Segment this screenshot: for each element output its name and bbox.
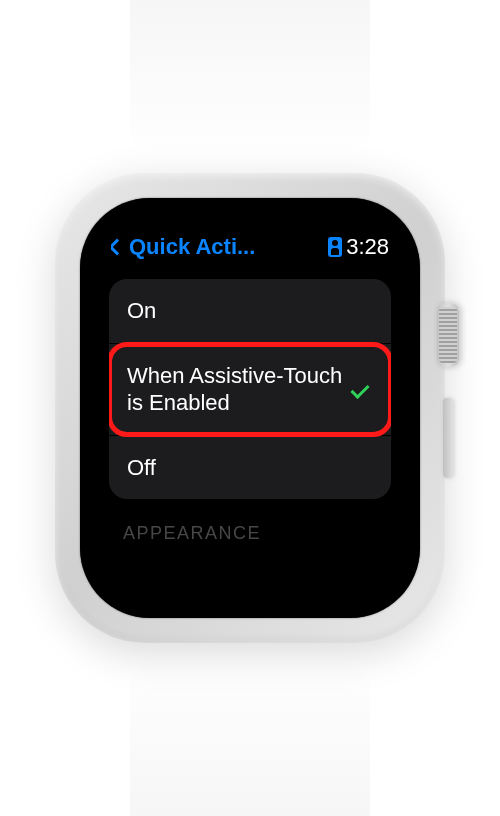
status-bar: Quick Acti... 3:28 <box>109 231 391 263</box>
status-right: 3:28 <box>328 234 389 260</box>
option-on[interactable]: On <box>109 279 391 344</box>
watch-screen: Quick Acti... 3:28 On When Assistive‐Tou… <box>95 213 405 603</box>
option-when-assistivetouch-enabled[interactable]: When Assistive‐Touch is Enabled <box>109 344 391 436</box>
chevron-left-icon <box>111 239 125 256</box>
back-title: Quick Acti... <box>129 234 255 260</box>
watch-band-top <box>130 0 370 160</box>
section-header-appearance: APPEARANCE <box>109 499 391 544</box>
option-label: When Assistive‐Touch is Enabled <box>127 362 343 417</box>
checkmark-icon <box>351 381 373 397</box>
screen-bezel: Quick Acti... 3:28 On When Assistive‐Tou… <box>80 198 420 618</box>
back-button[interactable]: Quick Acti... <box>111 234 255 260</box>
option-off[interactable]: Off <box>109 436 391 500</box>
watch-case: Quick Acti... 3:28 On When Assistive‐Tou… <box>55 173 445 643</box>
option-label: On <box>127 297 373 325</box>
options-list: On When Assistive‐Touch is Enabled Off <box>109 279 391 499</box>
time-label: 3:28 <box>346 234 389 260</box>
watch-band-bottom <box>130 656 370 816</box>
digital-crown[interactable] <box>437 303 459 367</box>
person-badge-icon <box>328 237 342 257</box>
option-label: Off <box>127 454 373 482</box>
side-button[interactable] <box>443 398 453 478</box>
